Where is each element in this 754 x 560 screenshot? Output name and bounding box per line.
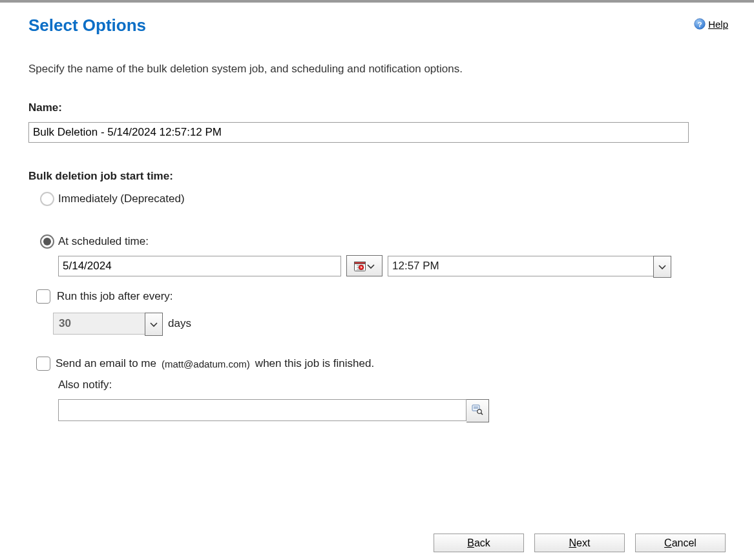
email-notify-row: Send an email to me (matt@adatum.com) wh…	[36, 357, 726, 371]
lookup-button[interactable]	[466, 399, 489, 422]
chevron-down-icon	[150, 318, 158, 331]
recurrence-value-select[interactable]: 30	[53, 313, 163, 335]
recurrence-row: Run this job after every:	[36, 289, 726, 304]
also-notify-input[interactable]	[58, 399, 466, 421]
content-area: Select Options ?	[0, 3, 754, 422]
svg-text:?: ?	[698, 20, 702, 28]
svg-rect-10	[361, 267, 362, 268]
svg-point-14	[477, 409, 481, 413]
back-button[interactable]: Back	[434, 534, 524, 552]
time-dropdown-button[interactable]	[653, 256, 671, 278]
top-line: Select Options ?	[28, 16, 726, 36]
wizard-button-bar: Back Next Cancel	[434, 534, 726, 552]
next-label-rest: ext	[576, 537, 590, 548]
cancel-label-rest: ancel	[672, 537, 696, 548]
search-icon	[472, 404, 483, 418]
next-button[interactable]: Next	[534, 534, 625, 552]
recurrence-unit: days	[168, 317, 191, 330]
page-description: Specify the name of the bulk deletion sy…	[28, 63, 726, 76]
option-scheduled-row: At scheduled time:	[40, 234, 726, 249]
svg-line-15	[481, 413, 483, 415]
svg-rect-4	[355, 262, 366, 264]
start-time-label: Bulk deletion job start time:	[28, 170, 726, 183]
chevron-down-icon	[367, 260, 375, 271]
help-label: Help	[708, 19, 728, 30]
email-suffix: when this job is finished.	[255, 357, 374, 370]
email-prefix: Send an email to me	[56, 357, 156, 370]
help-icon: ?	[694, 18, 706, 30]
also-notify-row	[58, 399, 726, 422]
option-immediately-label: Immediately (Deprecated)	[58, 192, 185, 205]
date-picker-button[interactable]	[346, 255, 382, 276]
cancel-button[interactable]: Cancel	[635, 534, 726, 552]
scheduled-inputs-row: 12:57 PM	[58, 255, 726, 276]
help-link[interactable]: ? Help	[694, 18, 728, 30]
recurrence-value: 30	[59, 317, 71, 330]
email-address: (matt@adatum.com)	[162, 358, 250, 369]
chevron-down-icon	[658, 260, 666, 273]
name-input[interactable]	[28, 122, 689, 143]
recurrence-value-row: 30 days	[53, 313, 726, 335]
recurrence-dropdown-button[interactable]	[145, 313, 163, 336]
recurrence-label: Run this job after every:	[57, 290, 173, 303]
radio-scheduled[interactable]	[40, 234, 54, 249]
date-input[interactable]	[58, 256, 341, 276]
wizard-window: Select Options ?	[0, 0, 754, 560]
radio-immediately[interactable]	[40, 192, 54, 206]
option-immediately-row: Immediately (Deprecated)	[40, 192, 726, 206]
email-checkbox[interactable]	[36, 357, 50, 371]
option-scheduled-label: At scheduled time:	[58, 235, 149, 248]
also-notify-label: Also notify:	[58, 379, 726, 391]
time-value: 12:57 PM	[392, 260, 439, 273]
name-label: Name:	[28, 101, 726, 114]
recurrence-checkbox[interactable]	[36, 289, 50, 304]
time-select[interactable]: 12:57 PM	[388, 256, 671, 276]
page-title: Select Options	[28, 16, 146, 36]
back-label-rest: ack	[474, 537, 490, 548]
calendar-icon	[354, 261, 366, 271]
